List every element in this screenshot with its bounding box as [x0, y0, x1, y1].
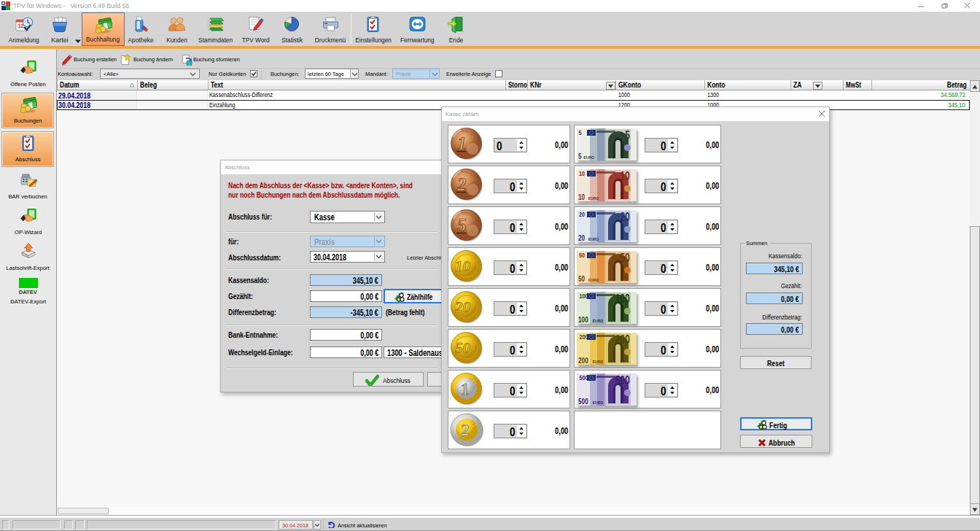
svg-text:1: 1	[457, 133, 467, 153]
svg-text:1: 1	[461, 380, 470, 398]
svg-text:12: 12	[18, 23, 24, 28]
svg-text:10: 10	[455, 257, 471, 275]
svg-text:50: 50	[455, 339, 471, 357]
svg-text:20: 20	[454, 298, 471, 316]
svg-text:5: 5	[457, 215, 467, 235]
svg-text:2: 2	[461, 421, 470, 439]
svg-text:2: 2	[456, 174, 467, 194]
